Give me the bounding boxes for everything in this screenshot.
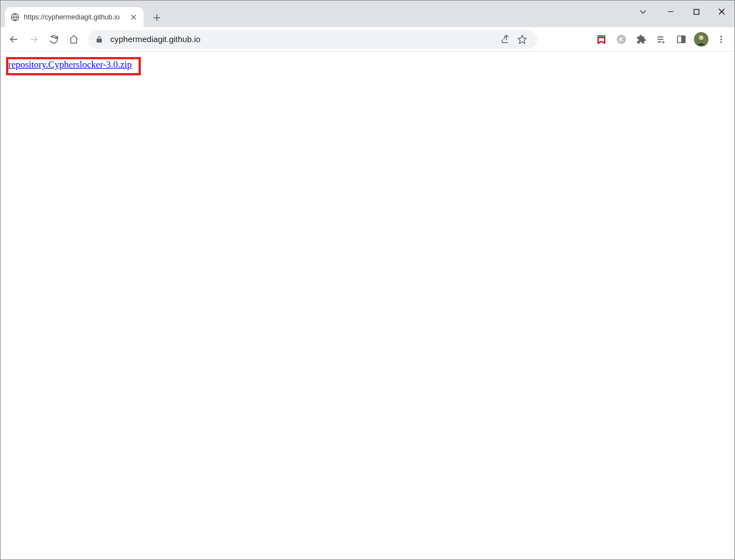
side-panel-icon[interactable] xyxy=(672,30,690,48)
tab-strip: https://cyphermediagit.github.io xyxy=(1,1,734,27)
svg-rect-22 xyxy=(682,36,685,43)
tab-title: https://cyphermediagit.github.io xyxy=(24,13,129,21)
browser-tab[interactable]: https://cyphermediagit.github.io xyxy=(5,7,144,27)
svg-rect-18 xyxy=(657,39,663,40)
svg-marker-20 xyxy=(662,41,665,44)
profile-avatar[interactable] xyxy=(692,30,710,48)
download-link[interactable]: repository.Cypherslocker-3.0.zip xyxy=(8,59,132,70)
highlight-annotation: repository.Cypherslocker-3.0.zip xyxy=(6,57,141,75)
lock-icon[interactable] xyxy=(95,35,104,44)
globe-icon xyxy=(11,13,19,22)
svg-point-24 xyxy=(699,35,703,40)
back-button[interactable] xyxy=(5,30,23,48)
forward-button[interactable] xyxy=(25,30,43,48)
close-window-button[interactable] xyxy=(709,3,734,20)
tab-search-button[interactable] xyxy=(634,3,652,20)
home-button[interactable] xyxy=(65,30,83,48)
extensions-icon[interactable] xyxy=(632,30,650,48)
svg-rect-19 xyxy=(657,41,661,42)
mcafee-extension-icon[interactable] xyxy=(593,30,610,48)
toolbar-right: K xyxy=(593,30,730,48)
svg-marker-13 xyxy=(518,35,527,43)
svg-point-26 xyxy=(720,38,722,40)
window-controls xyxy=(634,1,734,23)
media-control-icon[interactable] xyxy=(652,30,670,48)
menu-button[interactable] xyxy=(712,30,730,48)
minimize-button[interactable] xyxy=(658,3,683,20)
page-content: repository.Cypherslocker-3.0.zip xyxy=(1,52,734,559)
extension-k-icon[interactable]: K xyxy=(612,30,630,48)
reload-button[interactable] xyxy=(45,30,63,48)
svg-rect-17 xyxy=(657,36,663,37)
toolbar: cyphermediagit.github.io xyxy=(1,27,734,52)
svg-text:K: K xyxy=(619,36,624,43)
new-tab-button[interactable] xyxy=(149,10,165,25)
address-bar[interactable]: cyphermediagit.github.io xyxy=(88,30,537,49)
svg-point-25 xyxy=(720,35,722,37)
url-text: cyphermediagit.github.io xyxy=(110,34,497,44)
close-tab-icon[interactable] xyxy=(129,13,138,22)
share-icon[interactable] xyxy=(497,31,514,48)
maximize-button[interactable] xyxy=(683,3,709,20)
svg-rect-14 xyxy=(598,35,606,37)
bookmark-icon[interactable] xyxy=(514,31,530,48)
svg-point-27 xyxy=(720,41,722,43)
svg-rect-7 xyxy=(694,9,699,14)
